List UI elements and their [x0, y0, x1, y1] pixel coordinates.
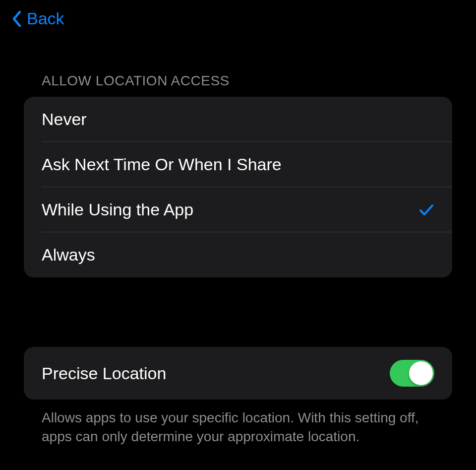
option-while-using[interactable]: While Using the App — [24, 187, 452, 232]
option-label: Never — [42, 110, 87, 129]
option-ask-next-time[interactable]: Ask Next Time Or When I Share — [24, 142, 452, 187]
toggle-knob — [409, 361, 433, 385]
section-header-location-access: Allow Location Access — [24, 37, 452, 97]
precise-location-row[interactable]: Precise Location — [24, 347, 452, 400]
chevron-left-icon — [11, 10, 23, 28]
option-label: Ask Next Time Or When I Share — [42, 155, 282, 174]
option-label: While Using the App — [42, 200, 193, 219]
option-never[interactable]: Never — [24, 97, 452, 142]
option-label: Always — [42, 245, 95, 265]
option-always[interactable]: Always — [24, 232, 452, 277]
location-access-options: Never Ask Next Time Or When I Share Whil… — [24, 97, 452, 277]
back-label: Back — [27, 9, 64, 28]
precise-location-label: Precise Location — [42, 364, 166, 383]
checkmark-icon — [418, 202, 434, 218]
precise-location-footer: Allows apps to use your specific locatio… — [24, 400, 452, 446]
precise-location-toggle[interactable] — [390, 360, 434, 387]
precise-location-group: Precise Location — [24, 347, 452, 400]
back-button[interactable]: Back — [0, 0, 476, 37]
